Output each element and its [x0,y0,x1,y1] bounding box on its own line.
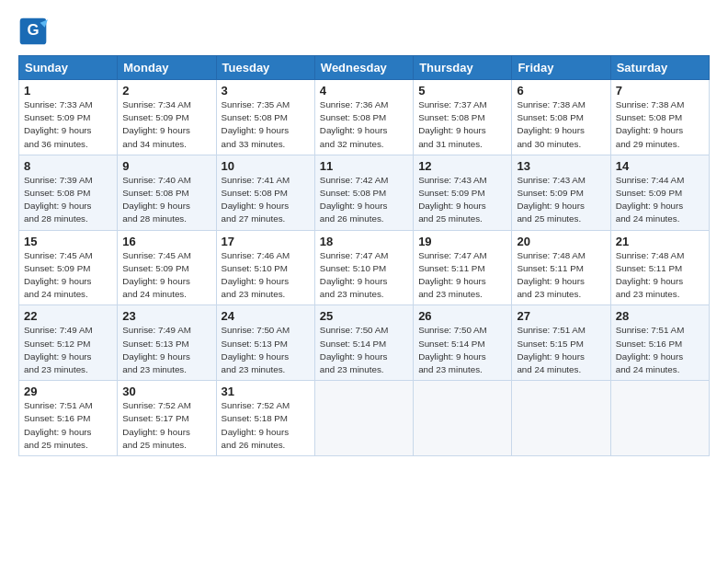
day-info: Sunrise: 7:35 AMSunset: 5:08 PMDaylight:… [222,98,310,151]
day-info: Sunrise: 7:49 AMSunset: 5:13 PMDaylight:… [122,324,210,376]
day-number: 7 [616,84,704,98]
calendar-day-28: 28Sunrise: 7:51 AMSunset: 5:16 PMDayligh… [610,305,709,381]
day-info: Sunrise: 7:52 AMSunset: 5:18 PMDaylight:… [222,399,310,452]
weekday-header-wednesday: Wednesday [314,56,413,80]
day-number: 13 [517,159,605,173]
day-number: 24 [222,309,310,323]
calendar-day-31: 31Sunrise: 7:52 AMSunset: 5:18 PMDayligh… [216,381,314,456]
calendar-day-25: 25Sunrise: 7:50 AMSunset: 5:14 PMDayligh… [314,305,413,381]
day-number: 29 [24,385,112,398]
day-number: 25 [320,309,408,323]
day-info: Sunrise: 7:42 AMSunset: 5:08 PMDaylight:… [320,174,408,226]
calendar-week-3: 15Sunrise: 7:45 AMSunset: 5:09 PMDayligh… [19,230,710,305]
day-number: 19 [418,235,506,248]
day-number: 10 [222,159,310,173]
calendar-day-18: 18Sunrise: 7:47 AMSunset: 5:10 PMDayligh… [314,230,413,305]
day-info: Sunrise: 7:48 AMSunset: 5:11 PMDaylight:… [616,249,704,302]
calendar-day-21: 21Sunrise: 7:48 AMSunset: 5:11 PMDayligh… [610,230,709,305]
day-number: 17 [222,235,310,248]
day-info: Sunrise: 7:43 AMSunset: 5:09 PMDaylight:… [418,174,506,226]
day-info: Sunrise: 7:50 AMSunset: 5:13 PMDaylight:… [222,324,310,376]
day-info: Sunrise: 7:38 AMSunset: 5:08 PMDaylight:… [616,98,704,151]
day-info: Sunrise: 7:34 AMSunset: 5:09 PMDaylight:… [122,98,210,151]
calendar-day-17: 17Sunrise: 7:46 AMSunset: 5:10 PMDayligh… [216,230,314,305]
calendar: SundayMondayTuesdayWednesdayThursdayFrid… [18,55,710,456]
day-number: 2 [122,84,210,98]
empty-cell [314,381,413,456]
day-number: 11 [320,159,408,173]
day-number: 18 [320,235,408,248]
day-number: 4 [320,84,408,98]
logo: G [18,17,51,46]
calendar-day-3: 3Sunrise: 7:35 AMSunset: 5:08 PMDaylight… [216,80,314,155]
calendar-day-14: 14Sunrise: 7:44 AMSunset: 5:09 PMDayligh… [610,155,709,230]
day-info: Sunrise: 7:46 AMSunset: 5:10 PMDaylight:… [222,249,310,302]
weekday-header-monday: Monday [118,56,216,80]
calendar-day-11: 11Sunrise: 7:42 AMSunset: 5:08 PMDayligh… [314,155,413,230]
calendar-day-16: 16Sunrise: 7:45 AMSunset: 5:09 PMDayligh… [118,230,216,305]
calendar-day-6: 6Sunrise: 7:38 AMSunset: 5:08 PMDaylight… [512,80,610,155]
day-number: 20 [517,235,605,248]
calendar-day-5: 5Sunrise: 7:37 AMSunset: 5:08 PMDaylight… [414,80,512,155]
day-number: 12 [418,159,506,173]
calendar-day-30: 30Sunrise: 7:52 AMSunset: 5:17 PMDayligh… [118,381,216,456]
calendar-week-1: 1Sunrise: 7:33 AMSunset: 5:09 PMDaylight… [19,80,710,155]
calendar-day-29: 29Sunrise: 7:51 AMSunset: 5:16 PMDayligh… [19,381,118,456]
calendar-day-4: 4Sunrise: 7:36 AMSunset: 5:08 PMDaylight… [314,80,413,155]
day-number: 9 [122,159,210,173]
empty-cell [414,381,512,456]
day-info: Sunrise: 7:49 AMSunset: 5:12 PMDaylight:… [24,324,112,376]
day-number: 31 [222,385,310,398]
day-info: Sunrise: 7:44 AMSunset: 5:09 PMDaylight:… [616,174,704,226]
day-info: Sunrise: 7:50 AMSunset: 5:14 PMDaylight:… [320,324,408,376]
calendar-day-20: 20Sunrise: 7:48 AMSunset: 5:11 PMDayligh… [512,230,610,305]
svg-text:G: G [27,21,39,39]
calendar-week-5: 29Sunrise: 7:51 AMSunset: 5:16 PMDayligh… [19,381,710,456]
calendar-day-13: 13Sunrise: 7:43 AMSunset: 5:09 PMDayligh… [512,155,610,230]
calendar-day-2: 2Sunrise: 7:34 AMSunset: 5:09 PMDaylight… [118,80,216,155]
day-info: Sunrise: 7:43 AMSunset: 5:09 PMDaylight:… [517,174,605,226]
calendar-day-27: 27Sunrise: 7:51 AMSunset: 5:15 PMDayligh… [512,305,610,381]
day-number: 23 [122,309,210,323]
calendar-day-8: 8Sunrise: 7:39 AMSunset: 5:08 PMDaylight… [19,155,118,230]
day-info: Sunrise: 7:45 AMSunset: 5:09 PMDaylight:… [24,249,112,302]
day-info: Sunrise: 7:38 AMSunset: 5:08 PMDaylight:… [517,98,605,151]
weekday-header-row: SundayMondayTuesdayWednesdayThursdayFrid… [19,56,710,80]
day-number: 3 [222,84,310,98]
day-info: Sunrise: 7:51 AMSunset: 5:16 PMDaylight:… [24,399,112,452]
page: G SundayMondayTuesdayWednesdayThursdayFr… [0,0,728,563]
day-number: 14 [616,159,704,173]
calendar-day-10: 10Sunrise: 7:41 AMSunset: 5:08 PMDayligh… [216,155,314,230]
day-info: Sunrise: 7:48 AMSunset: 5:11 PMDaylight:… [517,249,605,302]
weekday-header-saturday: Saturday [610,56,709,80]
day-info: Sunrise: 7:41 AMSunset: 5:08 PMDaylight:… [222,174,310,226]
empty-cell [610,381,709,456]
day-number: 5 [418,84,506,98]
calendar-day-7: 7Sunrise: 7:38 AMSunset: 5:08 PMDaylight… [610,80,709,155]
calendar-day-1: 1Sunrise: 7:33 AMSunset: 5:09 PMDaylight… [19,80,118,155]
calendar-day-12: 12Sunrise: 7:43 AMSunset: 5:09 PMDayligh… [414,155,512,230]
weekday-header-tuesday: Tuesday [216,56,314,80]
day-number: 26 [418,309,506,323]
day-info: Sunrise: 7:52 AMSunset: 5:17 PMDaylight:… [122,399,210,452]
day-info: Sunrise: 7:51 AMSunset: 5:15 PMDaylight:… [517,324,605,376]
day-number: 30 [122,385,210,398]
calendar-day-26: 26Sunrise: 7:50 AMSunset: 5:14 PMDayligh… [414,305,512,381]
day-info: Sunrise: 7:51 AMSunset: 5:16 PMDaylight:… [616,324,704,376]
calendar-day-15: 15Sunrise: 7:45 AMSunset: 5:09 PMDayligh… [19,230,118,305]
logo-icon: G [18,17,48,46]
day-info: Sunrise: 7:36 AMSunset: 5:08 PMDaylight:… [320,98,408,151]
weekday-header-friday: Friday [512,56,610,80]
weekday-header-sunday: Sunday [19,56,118,80]
calendar-day-24: 24Sunrise: 7:50 AMSunset: 5:13 PMDayligh… [216,305,314,381]
day-info: Sunrise: 7:40 AMSunset: 5:08 PMDaylight:… [122,174,210,226]
day-number: 28 [616,309,704,323]
day-number: 22 [24,309,112,323]
empty-cell [512,381,610,456]
day-info: Sunrise: 7:50 AMSunset: 5:14 PMDaylight:… [418,324,506,376]
weekday-header-thursday: Thursday [414,56,512,80]
day-info: Sunrise: 7:45 AMSunset: 5:09 PMDaylight:… [122,249,210,302]
day-info: Sunrise: 7:39 AMSunset: 5:08 PMDaylight:… [24,174,112,226]
calendar-week-2: 8Sunrise: 7:39 AMSunset: 5:08 PMDaylight… [19,155,710,230]
day-info: Sunrise: 7:37 AMSunset: 5:08 PMDaylight:… [418,98,506,151]
